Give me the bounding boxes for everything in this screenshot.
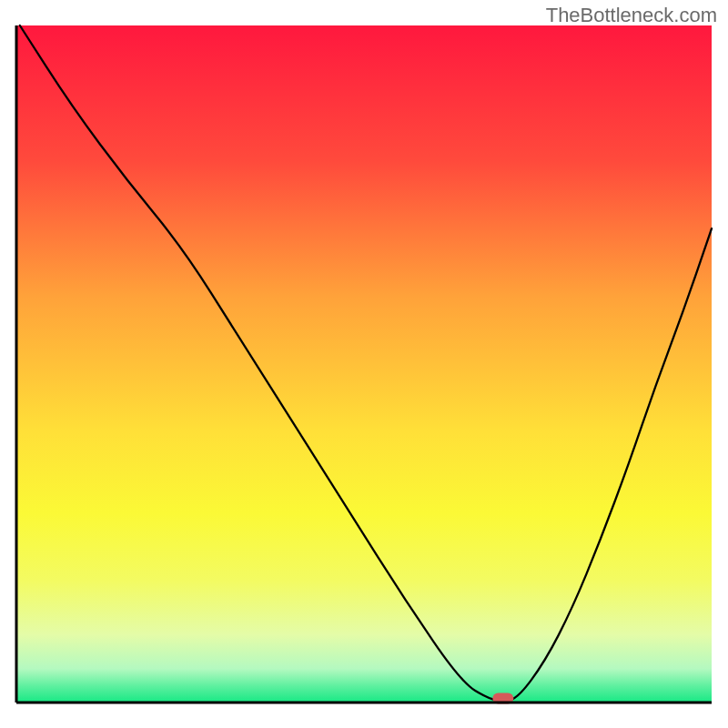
plot-background <box>16 25 712 703</box>
watermark-text: TheBottleneck.com <box>546 4 717 27</box>
bottleneck-chart <box>0 0 728 728</box>
